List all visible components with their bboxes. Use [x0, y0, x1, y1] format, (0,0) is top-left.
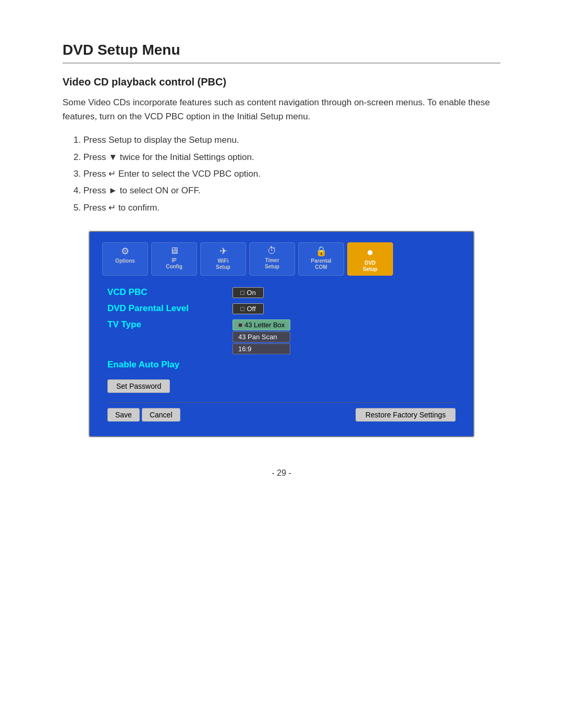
step-1: Press Setup to display the Setup menu. [83, 132, 500, 149]
dvd-icon: ● [366, 245, 373, 259]
tab-wifi-setup[interactable]: ✈ WiFiSetup [200, 242, 246, 276]
page-number: - 29 - [63, 468, 500, 478]
parental-icon: 🔒 [315, 245, 327, 257]
tv-type-label: TV Type [107, 319, 222, 330]
settings-area: VCD PBC On DVD Parental Level Off TV Typ… [102, 285, 461, 424]
tv-type-row: TV Type 43 Letter Box 43 Pan Scan 16:9 [107, 319, 456, 354]
timer-icon: ⏱ [267, 245, 277, 256]
dvd-parental-label: DVD Parental Level [107, 303, 222, 314]
page-title: DVD Setup Menu [63, 42, 500, 64]
wifi-icon: ✈ [219, 245, 227, 257]
tab-dvd-setup[interactable]: ● DVDSetup [347, 242, 393, 276]
dvd-parental-value[interactable]: Off [232, 303, 264, 314]
tab-ip-label: IPConfig [166, 257, 182, 270]
section-title: Video CD playback control (PBC) [63, 76, 500, 88]
options-icon: ⚙ [121, 245, 129, 257]
tab-dvd-label: DVDSetup [363, 260, 377, 273]
step-5: Press ↵ to confirm. [83, 200, 500, 216]
tv-option-letterbox[interactable]: 43 Letter Box [232, 319, 290, 330]
tab-parental-label: ParentalCOM [311, 258, 331, 270]
tab-options-label: Options [115, 258, 135, 264]
vcd-pbc-value[interactable]: On [232, 287, 264, 298]
bottom-left-buttons: Save Cancel [107, 408, 180, 422]
tab-parental[interactable]: 🔒 ParentalCOM [298, 242, 344, 276]
step-2: Press ▼ twice for the Initial Settings o… [83, 149, 500, 166]
tab-timer-setup[interactable]: ⏱ TimerSetup [249, 242, 295, 276]
tab-timer-label: TimerSetup [265, 257, 279, 270]
tab-bar: ⚙ Options 🖥 IPConfig ✈ WiFiSetup ⏱ Timer… [102, 242, 461, 276]
step-3: Press ↵ Enter to select the VCD PBC opti… [83, 166, 500, 182]
restore-factory-button[interactable]: Restore Factory Settings [356, 408, 456, 422]
auto-play-row: Enable Auto Play [107, 360, 456, 370]
tab-wifi-label: WiFiSetup [216, 258, 230, 270]
steps-list: Press Setup to display the Setup menu. P… [83, 132, 500, 216]
intro-paragraph: Some Video CDs incorporate features such… [63, 95, 500, 124]
bottom-bar: Save Cancel Restore Factory Settings [107, 408, 456, 422]
save-button[interactable]: Save [107, 408, 140, 422]
ip-config-icon: 🖥 [169, 245, 179, 256]
cancel-button[interactable]: Cancel [142, 408, 180, 422]
tab-options[interactable]: ⚙ Options [102, 242, 148, 276]
screenshot-panel: ⚙ Options 🖥 IPConfig ✈ WiFiSetup ⏱ Timer… [89, 231, 474, 437]
divider [107, 402, 456, 403]
dvd-parental-row: DVD Parental Level Off [107, 303, 456, 314]
vcd-pbc-row: VCD PBC On [107, 287, 456, 298]
vcd-pbc-label: VCD PBC [107, 287, 222, 298]
step-4: Press ► to select ON or OFF. [83, 182, 500, 199]
set-password-button[interactable]: Set Password [107, 379, 170, 393]
auto-play-label: Enable Auto Play [107, 360, 222, 370]
tab-ip-config[interactable]: 🖥 IPConfig [151, 242, 197, 276]
tv-option-panscan[interactable]: 43 Pan Scan [232, 331, 290, 342]
tv-option-169[interactable]: 16:9 [232, 343, 290, 354]
tv-type-options: 43 Letter Box 43 Pan Scan 16:9 [232, 319, 290, 354]
